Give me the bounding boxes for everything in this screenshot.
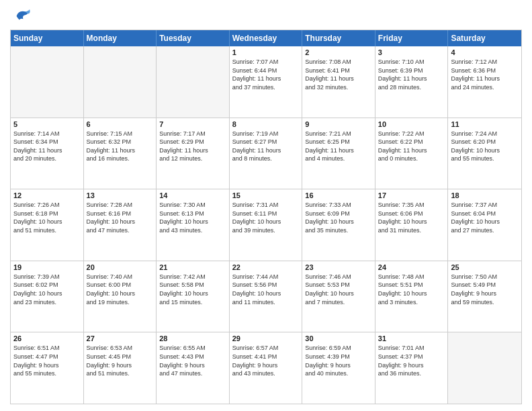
day-cell-23: 23Sunrise: 7:46 AMSunset: 5:53 PMDayligh… [302,261,375,332]
day-number: 21 [159,263,226,271]
day-number: 10 [378,120,445,128]
day-number: 30 [305,334,372,342]
cell-info-line: Sunset: 6:06 PM [378,210,445,218]
day-number: 7 [159,120,226,128]
cell-info-line: Sunrise: 7:22 AM [378,130,445,138]
cell-info-line: Daylight: 9 hours [87,361,154,370]
empty-cell [11,46,84,118]
cell-info-line: Sunrise: 6:53 AM [87,344,154,353]
col-header-thursday: Thursday [302,30,375,46]
cell-info-line: Sunrise: 7:40 AM [87,273,154,281]
week-row-5: 26Sunrise: 6:51 AMSunset: 4:47 PMDayligh… [11,332,521,404]
col-header-friday: Friday [375,30,449,46]
day-number: 5 [13,120,81,128]
header [10,7,522,26]
cell-info-line: Daylight: 10 hours [87,289,154,298]
cell-info-line: and 28 minutes. [378,83,445,92]
cell-info-line: Sunset: 4:39 PM [305,353,372,361]
page: SundayMondayTuesdayWednesdayThursdayFrid… [0,0,532,411]
cell-info-line: Sunset: 5:51 PM [378,281,445,289]
cell-info-line: Sunset: 6:36 PM [451,66,519,75]
day-cell-2: 2Sunrise: 7:08 AMSunset: 6:41 PMDaylight… [302,46,375,118]
day-cell-21: 21Sunrise: 7:42 AMSunset: 5:58 PMDayligh… [157,261,230,332]
calendar-body: 1Sunrise: 7:07 AMSunset: 6:44 PMDaylight… [11,46,521,404]
cell-info-line: Daylight: 9 hours [159,361,226,370]
cell-info-line: Sunset: 5:49 PM [451,281,519,289]
week-row-3: 12Sunrise: 7:26 AMSunset: 6:18 PMDayligh… [11,189,521,261]
cell-info-line: and 55 minutes. [13,369,81,378]
cell-info-line: and 47 minutes. [159,369,226,378]
day-cell-9: 9Sunrise: 7:21 AMSunset: 6:25 PMDaylight… [302,118,375,189]
cell-info-line: Sunrise: 7:10 AM [378,58,445,66]
cell-info-line: Sunrise: 7:30 AM [159,201,226,210]
calendar-header-row: SundayMondayTuesdayWednesdayThursdayFrid… [11,30,521,46]
day-cell-24: 24Sunrise: 7:48 AMSunset: 5:51 PMDayligh… [375,261,449,332]
cell-info-line: Daylight: 11 hours [87,146,154,155]
cell-info-line: Daylight: 11 hours [378,146,445,155]
cell-info-line: Sunset: 6:00 PM [87,281,154,289]
cell-info-line: Sunset: 6:39 PM [378,66,445,75]
cell-info-line: Sunset: 6:16 PM [87,210,154,218]
cell-info-line: and 31 minutes. [378,226,445,235]
cell-info-line: Sunset: 6:20 PM [451,138,519,146]
cell-info-line: Sunrise: 7:28 AM [87,201,154,210]
day-number: 28 [159,334,226,342]
cell-info-line: Daylight: 10 hours [159,218,226,226]
cell-info-line: and 3 minutes. [378,298,445,307]
day-number: 23 [305,263,372,271]
day-number: 15 [232,191,300,199]
day-number: 8 [232,120,300,128]
cell-info-line: Daylight: 11 hours [13,146,81,155]
day-number: 12 [13,191,81,199]
cell-info-line: and 11 minutes. [232,298,300,307]
cell-info-line: Daylight: 11 hours [305,146,372,155]
cell-info-line: and 8 minutes. [232,154,300,163]
day-number: 2 [305,48,372,56]
day-number: 20 [87,263,154,271]
cell-info-line: Daylight: 11 hours [232,146,300,155]
cell-info-line: Sunrise: 7:39 AM [13,273,81,281]
logo-bird-icon [13,7,32,26]
day-number: 1 [232,48,300,56]
day-number: 16 [305,191,372,199]
cell-info-line: Sunrise: 7:46 AM [305,273,372,281]
cell-info-line: Sunrise: 7:31 AM [232,201,300,210]
day-number: 17 [378,191,445,199]
cell-info-line: Daylight: 11 hours [159,146,226,155]
cell-info-line: and 37 minutes. [232,83,300,92]
cell-info-line: Daylight: 9 hours [232,361,300,370]
cell-info-line: Daylight: 10 hours [13,289,81,298]
day-cell-20: 20Sunrise: 7:40 AMSunset: 6:00 PMDayligh… [84,261,157,332]
cell-info-line: Sunset: 4:47 PM [13,353,81,361]
logo [10,7,32,26]
cell-info-line: Sunset: 6:27 PM [232,138,300,146]
cell-info-line: Sunrise: 7:01 AM [378,344,445,353]
col-header-monday: Monday [84,30,157,46]
cell-info-line: and 39 minutes. [232,226,300,235]
day-number: 6 [87,120,154,128]
cell-info-line: Sunrise: 7:33 AM [305,201,372,210]
cell-info-line: Sunrise: 7:15 AM [87,130,154,138]
cell-info-line: Sunset: 6:09 PM [305,210,372,218]
cell-info-line: Sunset: 4:45 PM [87,353,154,361]
cell-info-line: Sunset: 6:34 PM [13,138,81,146]
cell-info-line: and 40 minutes. [305,369,372,378]
cell-info-line: Sunrise: 7:26 AM [13,201,81,210]
cell-info-line: Sunset: 6:44 PM [232,66,300,75]
cell-info-line: Daylight: 11 hours [451,75,519,83]
empty-cell [448,332,521,404]
cell-info-line: Sunset: 6:13 PM [159,210,226,218]
cell-info-line: and 23 minutes. [13,298,81,307]
cell-info-line: and 15 minutes. [159,298,226,307]
cell-info-line: Sunset: 6:25 PM [305,138,372,146]
cell-info-line: Sunrise: 7:35 AM [378,201,445,210]
cell-info-line: and 36 minutes. [378,369,445,378]
cell-info-line: and 59 minutes. [451,298,519,307]
day-number: 13 [87,191,154,199]
week-row-1: 1Sunrise: 7:07 AMSunset: 6:44 PMDaylight… [11,46,521,118]
cell-info-line: and 43 minutes. [232,369,300,378]
cell-info-line: Daylight: 9 hours [13,361,81,370]
cell-info-line: Sunset: 5:58 PM [159,281,226,289]
cell-info-line: and 51 minutes. [13,226,81,235]
cell-info-line: Sunrise: 7:24 AM [451,130,519,138]
